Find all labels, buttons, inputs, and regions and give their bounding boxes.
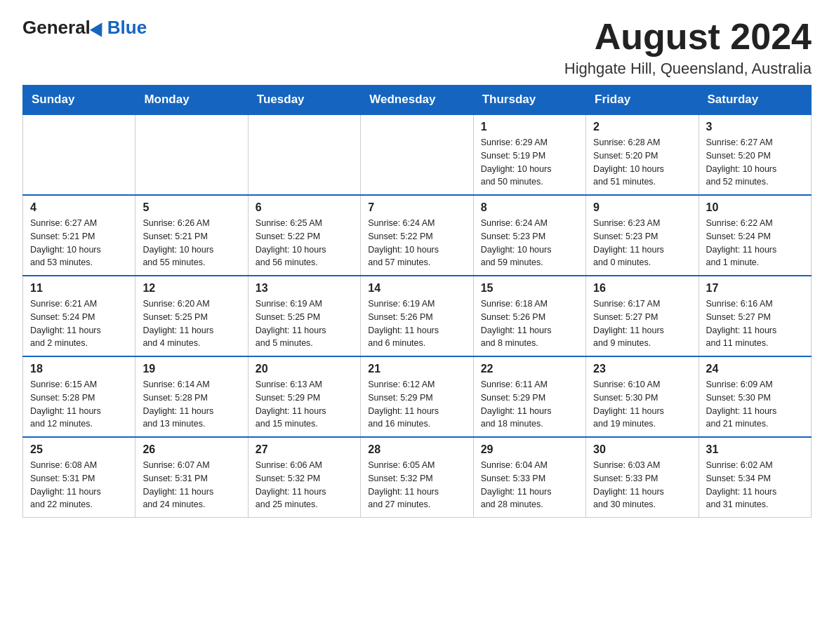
- page-header: General Blue August 2024 Highgate Hill, …: [22, 17, 812, 78]
- day-info: Sunrise: 6:22 AMSunset: 5:24 PMDaylight:…: [706, 217, 804, 269]
- calendar-week-row: 18Sunrise: 6:15 AMSunset: 5:28 PMDayligh…: [23, 356, 812, 437]
- day-info: Sunrise: 6:19 AMSunset: 5:26 PMDaylight:…: [368, 297, 465, 350]
- day-number: 22: [481, 363, 578, 375]
- logo-blue-text: Blue: [107, 17, 147, 39]
- day-number: 21: [368, 363, 465, 375]
- day-number: 29: [481, 443, 578, 456]
- day-number: 24: [706, 363, 804, 375]
- logo-triangle-icon: [90, 19, 108, 37]
- day-number: 10: [706, 201, 804, 214]
- calendar-cell: 27Sunrise: 6:06 AMSunset: 5:32 PMDayligh…: [248, 437, 360, 518]
- col-header-friday: Friday: [586, 86, 699, 115]
- calendar-cell: 13Sunrise: 6:19 AMSunset: 5:25 PMDayligh…: [248, 276, 360, 356]
- day-info: Sunrise: 6:11 AMSunset: 5:29 PMDaylight:…: [481, 378, 578, 431]
- day-info: Sunrise: 6:27 AMSunset: 5:21 PMDaylight:…: [30, 217, 128, 269]
- day-info: Sunrise: 6:17 AMSunset: 5:27 PMDaylight:…: [593, 297, 691, 350]
- day-info: Sunrise: 6:03 AMSunset: 5:33 PMDaylight:…: [593, 459, 691, 511]
- day-info: Sunrise: 6:06 AMSunset: 5:32 PMDaylight:…: [256, 459, 353, 511]
- day-info: Sunrise: 6:09 AMSunset: 5:30 PMDaylight:…: [706, 378, 804, 431]
- col-header-saturday: Saturday: [699, 86, 811, 115]
- calendar-cell: 14Sunrise: 6:19 AMSunset: 5:26 PMDayligh…: [361, 276, 473, 356]
- calendar-cell: 1Sunrise: 6:29 AMSunset: 5:19 PMDaylight…: [473, 114, 585, 195]
- calendar-cell: 25Sunrise: 6:08 AMSunset: 5:31 PMDayligh…: [23, 437, 135, 518]
- calendar-cell: [135, 114, 248, 195]
- calendar-cell: [248, 114, 360, 195]
- col-header-sunday: Sunday: [23, 86, 135, 115]
- day-info: Sunrise: 6:25 AMSunset: 5:22 PMDaylight:…: [256, 217, 353, 269]
- day-number: 15: [481, 282, 578, 295]
- day-info: Sunrise: 6:12 AMSunset: 5:29 PMDaylight:…: [368, 378, 465, 431]
- calendar-cell: 4Sunrise: 6:27 AMSunset: 5:21 PMDaylight…: [23, 195, 135, 276]
- calendar-cell: 11Sunrise: 6:21 AMSunset: 5:24 PMDayligh…: [23, 276, 135, 356]
- location-text: Highgate Hill, Queensland, Australia: [564, 60, 812, 78]
- day-info: Sunrise: 6:02 AMSunset: 5:34 PMDaylight:…: [706, 459, 804, 511]
- day-info: Sunrise: 6:15 AMSunset: 5:28 PMDaylight:…: [30, 378, 128, 431]
- title-block: August 2024 Highgate Hill, Queensland, A…: [564, 17, 812, 78]
- calendar-cell: 8Sunrise: 6:24 AMSunset: 5:23 PMDaylight…: [473, 195, 585, 276]
- day-number: 17: [706, 282, 804, 295]
- day-info: Sunrise: 6:14 AMSunset: 5:28 PMDaylight:…: [143, 378, 240, 431]
- calendar-cell: 6Sunrise: 6:25 AMSunset: 5:22 PMDaylight…: [248, 195, 360, 276]
- day-number: 1: [481, 121, 578, 133]
- calendar-cell: 12Sunrise: 6:20 AMSunset: 5:25 PMDayligh…: [135, 276, 248, 356]
- calendar-cell: 2Sunrise: 6:28 AMSunset: 5:20 PMDaylight…: [586, 114, 699, 195]
- calendar-cell: 30Sunrise: 6:03 AMSunset: 5:33 PMDayligh…: [586, 437, 699, 518]
- day-number: 12: [143, 282, 240, 295]
- calendar-cell: 20Sunrise: 6:13 AMSunset: 5:29 PMDayligh…: [248, 356, 360, 437]
- calendar-week-row: 4Sunrise: 6:27 AMSunset: 5:21 PMDaylight…: [23, 195, 812, 276]
- day-number: 19: [143, 363, 240, 375]
- day-info: Sunrise: 6:05 AMSunset: 5:32 PMDaylight:…: [368, 459, 465, 511]
- calendar-cell: 18Sunrise: 6:15 AMSunset: 5:28 PMDayligh…: [23, 356, 135, 437]
- calendar-cell: 7Sunrise: 6:24 AMSunset: 5:22 PMDaylight…: [361, 195, 473, 276]
- day-info: Sunrise: 6:24 AMSunset: 5:23 PMDaylight:…: [481, 217, 578, 269]
- day-number: 9: [593, 201, 691, 214]
- day-info: Sunrise: 6:13 AMSunset: 5:29 PMDaylight:…: [256, 378, 353, 431]
- day-number: 7: [368, 201, 465, 214]
- calendar-week-row: 11Sunrise: 6:21 AMSunset: 5:24 PMDayligh…: [23, 276, 812, 356]
- day-info: Sunrise: 6:19 AMSunset: 5:25 PMDaylight:…: [256, 297, 353, 350]
- day-number: 18: [30, 363, 128, 375]
- day-number: 13: [256, 282, 353, 295]
- calendar-cell: 5Sunrise: 6:26 AMSunset: 5:21 PMDaylight…: [135, 195, 248, 276]
- col-header-thursday: Thursday: [473, 86, 585, 115]
- calendar-cell: [361, 114, 473, 195]
- day-number: 16: [593, 282, 691, 295]
- day-info: Sunrise: 6:26 AMSunset: 5:21 PMDaylight:…: [143, 217, 240, 269]
- month-title: August 2024: [564, 17, 812, 57]
- day-info: Sunrise: 6:29 AMSunset: 5:19 PMDaylight:…: [481, 136, 578, 189]
- logo: General Blue: [22, 17, 147, 39]
- col-header-tuesday: Tuesday: [248, 86, 360, 115]
- day-number: 20: [256, 363, 353, 375]
- day-info: Sunrise: 6:10 AMSunset: 5:30 PMDaylight:…: [593, 378, 691, 431]
- day-number: 26: [143, 443, 240, 456]
- calendar-cell: 29Sunrise: 6:04 AMSunset: 5:33 PMDayligh…: [473, 437, 585, 518]
- day-number: 5: [143, 201, 240, 214]
- day-info: Sunrise: 6:23 AMSunset: 5:23 PMDaylight:…: [593, 217, 691, 269]
- day-number: 30: [593, 443, 691, 456]
- day-info: Sunrise: 6:18 AMSunset: 5:26 PMDaylight:…: [481, 297, 578, 350]
- calendar-table: SundayMondayTuesdayWednesdayThursdayFrid…: [22, 85, 812, 518]
- calendar-cell: 26Sunrise: 6:07 AMSunset: 5:31 PMDayligh…: [135, 437, 248, 518]
- day-info: Sunrise: 6:21 AMSunset: 5:24 PMDaylight:…: [30, 297, 128, 350]
- calendar-cell: 24Sunrise: 6:09 AMSunset: 5:30 PMDayligh…: [699, 356, 811, 437]
- day-number: 28: [368, 443, 465, 456]
- day-info: Sunrise: 6:27 AMSunset: 5:20 PMDaylight:…: [706, 136, 804, 189]
- calendar-cell: 19Sunrise: 6:14 AMSunset: 5:28 PMDayligh…: [135, 356, 248, 437]
- day-info: Sunrise: 6:08 AMSunset: 5:31 PMDaylight:…: [30, 459, 128, 511]
- day-info: Sunrise: 6:16 AMSunset: 5:27 PMDaylight:…: [706, 297, 804, 350]
- day-info: Sunrise: 6:20 AMSunset: 5:25 PMDaylight:…: [143, 297, 240, 350]
- calendar-cell: 15Sunrise: 6:18 AMSunset: 5:26 PMDayligh…: [473, 276, 585, 356]
- day-number: 27: [256, 443, 353, 456]
- col-header-monday: Monday: [135, 86, 248, 115]
- calendar-cell: 22Sunrise: 6:11 AMSunset: 5:29 PMDayligh…: [473, 356, 585, 437]
- calendar-week-row: 25Sunrise: 6:08 AMSunset: 5:31 PMDayligh…: [23, 437, 812, 518]
- day-number: 4: [30, 201, 128, 214]
- calendar-cell: 9Sunrise: 6:23 AMSunset: 5:23 PMDaylight…: [586, 195, 699, 276]
- day-number: 8: [481, 201, 578, 214]
- calendar-cell: 28Sunrise: 6:05 AMSunset: 5:32 PMDayligh…: [361, 437, 473, 518]
- day-number: 3: [706, 121, 804, 133]
- day-info: Sunrise: 6:24 AMSunset: 5:22 PMDaylight:…: [368, 217, 465, 269]
- calendar-cell: [23, 114, 135, 195]
- calendar-cell: 3Sunrise: 6:27 AMSunset: 5:20 PMDaylight…: [699, 114, 811, 195]
- day-number: 31: [706, 443, 804, 456]
